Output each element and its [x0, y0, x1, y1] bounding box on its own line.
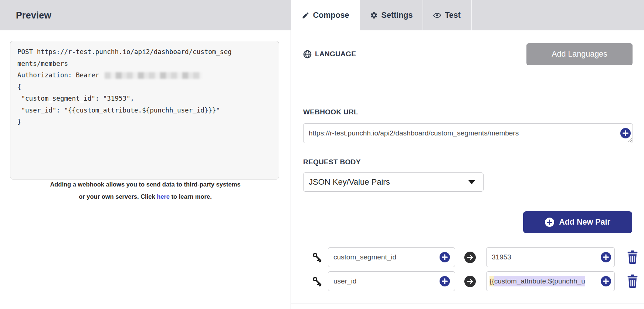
webhook-help-line2: or your own servers. Click here to learn… — [15, 191, 276, 203]
section-divider — [291, 303, 644, 303]
redacted-token — [105, 72, 201, 79]
webhook-help-text: Adding a webhook allows you to send data… — [15, 178, 276, 203]
insert-attribute-plus-icon[interactable] — [440, 252, 450, 262]
code-line: ments/members — [17, 58, 272, 70]
add-new-pair-button[interactable]: Add New Pair — [523, 211, 632, 233]
tab-separator — [471, 0, 472, 30]
eye-icon — [433, 11, 441, 19]
section-divider — [291, 83, 644, 83]
code-line: } — [17, 116, 272, 128]
code-line-authorization: Authorization: Bearer — [17, 70, 272, 81]
key-icon — [311, 275, 323, 288]
request-body-selected-value: JSON Key/Value Pairs — [309, 177, 390, 187]
tab-test[interactable]: Test — [423, 0, 471, 30]
tab-compose[interactable]: Compose — [291, 0, 360, 30]
pair-value-input[interactable]: {{custom_attribute.${punchh_u — [486, 271, 615, 291]
tab-label: Test — [445, 11, 461, 20]
arrow-right-icon — [464, 252, 476, 263]
template-attribute-highlight: custom_attribute.${punchh_u — [494, 276, 585, 286]
code-line: "user_id": "{{custom_attribute.${punchh_… — [17, 105, 272, 117]
key-value-pair-row: user_id {{custom_attribute.${punchh_u — [0, 271, 644, 291]
delete-pair-trash-icon[interactable] — [626, 250, 639, 264]
request-preview-code-box: POST https://r-test.punchh.io/api2/dashb… — [10, 41, 279, 179]
pair-key-input[interactable]: custom_segment_id — [328, 247, 455, 267]
code-line: POST https://r-test.punchh.io/api2/dashb… — [17, 46, 272, 58]
tab-separator — [423, 0, 423, 30]
tab-settings[interactable]: Settings — [360, 0, 423, 30]
webhook-help-line1: Adding a webhook allows you to send data… — [15, 178, 276, 191]
pair-key-input[interactable]: user_id — [328, 271, 455, 291]
globe-icon — [303, 50, 312, 58]
learn-more-link[interactable]: here — [157, 193, 170, 200]
tab-label: Settings — [382, 11, 413, 20]
gear-icon — [370, 11, 378, 19]
webhook-url-input[interactable]: https://r-test.punchh.io/api2/dashboard/… — [303, 123, 633, 143]
textarea-resize-handle[interactable] — [628, 138, 632, 142]
code-line: { — [17, 81, 272, 93]
add-new-pair-label: Add New Pair — [559, 218, 610, 227]
template-braces-highlight: {{ — [489, 276, 494, 286]
caret-down-icon — [468, 180, 475, 184]
delete-pair-trash-icon[interactable] — [626, 274, 639, 288]
preview-title: Preview — [16, 10, 51, 21]
preview-header: Preview — [0, 0, 291, 30]
tab-label: Compose — [313, 11, 349, 20]
key-icon — [311, 251, 323, 263]
arrow-right-icon — [464, 276, 476, 287]
plus-circle-icon — [545, 218, 554, 227]
tab-bar: Compose Settings Test — [291, 0, 644, 30]
request-body-type-dropdown[interactable]: JSON Key/Value Pairs — [303, 172, 484, 192]
pencil-icon — [302, 11, 309, 19]
language-section-header: LANGUAGE — [303, 47, 356, 61]
webhook-url-label: WEBHOOK URL — [303, 108, 358, 116]
key-value-pair-row: custom_segment_id 31953 — [0, 247, 644, 267]
insert-attribute-plus-icon[interactable] — [620, 128, 631, 138]
request-body-label: REQUEST BODY — [303, 158, 361, 166]
add-languages-button[interactable]: Add Languages — [526, 43, 633, 65]
pair-value-input[interactable]: 31953 — [486, 247, 615, 267]
code-line: "custom_segment_id": "31953", — [17, 93, 272, 105]
insert-attribute-plus-icon[interactable] — [601, 252, 611, 262]
insert-attribute-plus-icon[interactable] — [440, 276, 450, 286]
language-label: LANGUAGE — [315, 50, 356, 58]
insert-attribute-plus-icon[interactable] — [601, 276, 611, 286]
